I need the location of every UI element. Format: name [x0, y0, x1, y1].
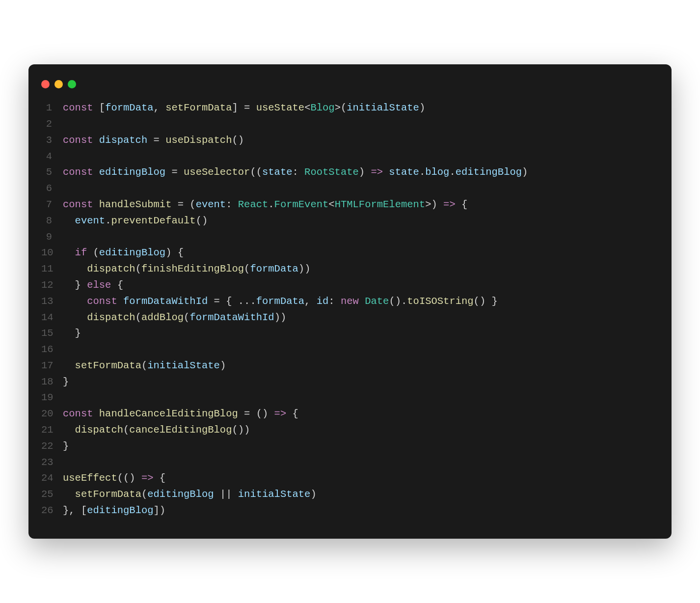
code-line: 24useEffect(() => { [41, 470, 659, 487]
code-content: const editingBlog = useSelector((state: … [63, 164, 528, 181]
token-punct [63, 215, 75, 226]
token-kw: => [371, 166, 383, 178]
token-punct: : [293, 166, 305, 178]
token-punct: { [456, 199, 468, 210]
token-fn: useSelector [184, 166, 250, 178]
code-line: 6 [41, 181, 659, 197]
token-kw: const [63, 135, 99, 146]
token-fn: preventDefault [111, 215, 195, 226]
line-number: 3 [41, 133, 63, 149]
token-punct: >( [335, 102, 347, 113]
line-number: 23 [41, 455, 63, 471]
token-fn: finishEditingBlog [141, 263, 244, 274]
token-id: state [389, 166, 419, 178]
token-id: event [196, 199, 226, 210]
code-line: 20const handleCancelEditingBlog = () => … [41, 406, 659, 422]
token-type: Date [365, 296, 389, 307]
token-punct [63, 296, 87, 307]
token-type: Blog [310, 102, 334, 113]
token-punct [383, 166, 389, 178]
token-punct: { [286, 408, 298, 419]
token-punct: () [232, 135, 244, 146]
code-line: 3const dispatch = useDispatch() [41, 133, 659, 149]
token-punct: ) [522, 166, 528, 178]
code-line: 8 event.preventDefault() [41, 213, 659, 229]
code-line: 17 setFormData(initialState) [41, 358, 659, 374]
token-kw: => [443, 199, 456, 210]
line-number: 13 [41, 294, 63, 310]
line-number: 21 [41, 422, 63, 439]
line-number: 6 [41, 181, 63, 197]
token-punct: ( [141, 360, 147, 371]
token-kw: const [63, 102, 99, 113]
token-fn: setFormData [75, 489, 141, 500]
token-prop: id [317, 296, 329, 307]
token-fn: useEffect [63, 472, 117, 484]
minimize-icon[interactable] [54, 80, 63, 88]
token-fn: dispatch [75, 424, 123, 436]
token-fn: toISOString [407, 296, 473, 307]
code-content: } [63, 326, 81, 342]
maximize-icon[interactable] [68, 80, 76, 88]
token-punct: )) [274, 312, 287, 323]
code-content [63, 390, 69, 406]
token-punct: ( [87, 247, 99, 258]
token-punct: ] = [232, 102, 256, 113]
line-number: 4 [41, 149, 63, 165]
token-punct: (( [250, 166, 262, 178]
token-id: editingBlog [87, 505, 153, 516]
token-type: React [238, 199, 269, 210]
code-line: 9 [41, 229, 659, 246]
token-type: HTMLFormElement [335, 199, 426, 210]
code-editor[interactable]: 1const [formData, setFormData] = useStat… [28, 100, 672, 519]
code-line: 4 [41, 149, 659, 165]
token-fn: useState [256, 102, 304, 113]
line-number: 12 [41, 277, 63, 294]
code-line: 1const [formData, setFormData] = useStat… [41, 100, 659, 116]
token-fn: dispatch [87, 312, 135, 323]
token-fn: cancelEditingBlog [129, 424, 232, 436]
token-id: editingBlog [147, 489, 214, 500]
token-punct: ( [141, 489, 147, 500]
code-line: 19 [41, 390, 659, 406]
line-number: 17 [41, 358, 63, 374]
line-number: 24 [41, 470, 63, 487]
code-line: 15 } [41, 326, 659, 342]
token-punct: } [63, 376, 69, 387]
token-prop: editingBlog [456, 166, 522, 178]
code-line: 14 dispatch(addBlog(formDataWithId)) [41, 310, 659, 326]
token-punct: } [63, 328, 81, 339]
line-number: 16 [41, 342, 63, 358]
code-content: }, [editingBlog]) [63, 503, 165, 519]
code-content [63, 229, 69, 246]
token-punct: >) [425, 199, 443, 210]
token-punct: } [63, 279, 87, 291]
code-content: const dispatch = useDispatch() [63, 133, 244, 149]
token-punct [63, 263, 87, 274]
token-kw: if [75, 247, 87, 258]
token-punct [63, 247, 75, 258]
line-number: 19 [41, 390, 63, 406]
line-number: 14 [41, 310, 63, 326]
token-id: formData [105, 102, 153, 113]
token-id: formDataWithId [123, 296, 208, 307]
token-punct: ( [184, 312, 189, 323]
token-kw: => [141, 472, 154, 484]
token-punct: )) [298, 263, 311, 274]
line-number: 11 [41, 261, 63, 277]
token-punct: = () [238, 408, 274, 419]
token-punct: (). [389, 296, 407, 307]
token-kw: const [63, 199, 99, 210]
code-content [63, 116, 69, 133]
token-punct: ) [359, 166, 371, 178]
code-content: const formDataWithId = { ...formData, id… [63, 294, 498, 310]
token-punct: , [304, 296, 317, 307]
code-line: 21 dispatch(cancelEditingBlog()) [41, 422, 659, 439]
code-line: 13 const formDataWithId = { ...formData,… [41, 294, 659, 310]
line-number: 10 [41, 245, 63, 261]
token-punct: { [111, 279, 123, 291]
token-punct: . [268, 199, 274, 210]
token-id: initialState [238, 489, 311, 500]
close-icon[interactable] [41, 80, 50, 88]
code-content: setFormData(editingBlog || initialState) [63, 487, 317, 503]
